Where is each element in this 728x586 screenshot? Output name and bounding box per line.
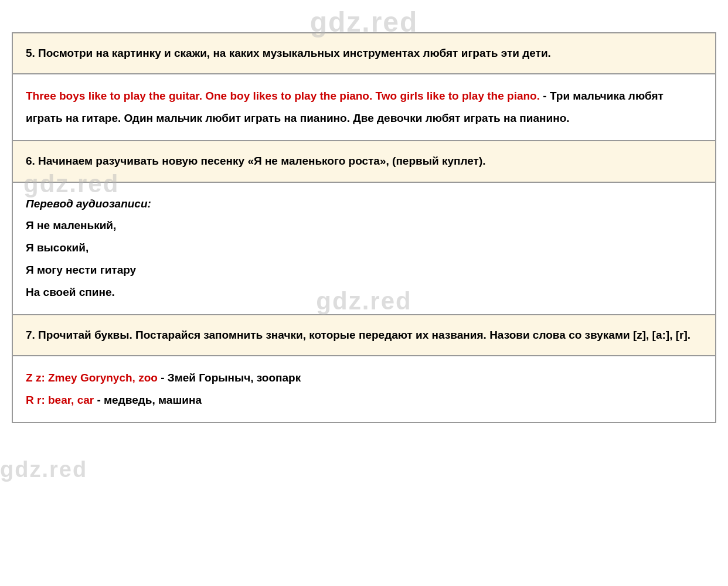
section6-italic-label: Перевод аудиозаписи: <box>26 193 702 214</box>
section6-task: 6. Начинаем разучивать новую песенку «Я … <box>12 141 716 182</box>
section7-r-red: R r: bear, car <box>26 394 94 406</box>
section7-answer: Z z: Zmey Gorynych, zoo - Змей Горыныч, … <box>12 356 716 423</box>
section6-task-text: 6. Начинаем разучивать новую песенку «Я … <box>26 152 702 171</box>
section7-line2: R r: bear, car - медведь, машина <box>26 389 702 411</box>
section5-answer: Three boys like to play the guitar. One … <box>12 74 716 141</box>
content-wrapper: 5. Посмотри на картинку и скажи, на каки… <box>12 32 716 423</box>
section7-task-text: 7. Прочитай буквы. Постарайся запомнить … <box>26 326 702 345</box>
section7-r-black: - медведь, машина <box>97 394 202 406</box>
section6-line3: Я могу нести гитару <box>26 259 702 281</box>
section5-task: 5. Посмотри на картинку и скажи, на каки… <box>12 32 716 74</box>
section5-task-text: 5. Посмотри на картинку и скажи, на каки… <box>26 44 702 63</box>
section6-line2: Я высокий, <box>26 237 702 259</box>
section7-z-red: Z z: Zmey Gorynych, zoo <box>26 372 158 384</box>
section6-answer: Перевод аудиозаписи: Я не маленький, Я в… <box>12 183 716 315</box>
section5-red-text: Three boys like to play the guitar. One … <box>26 90 540 102</box>
section5-answer-text: Three boys like to play the guitar. One … <box>26 85 702 130</box>
section6-line4: На своей спине. <box>26 281 702 304</box>
watermark-bottom: gdz.red <box>0 457 87 482</box>
section7-z-black: - Змей Горыныч, зоопарк <box>161 372 301 384</box>
section7-task: 7. Прочитай буквы. Постарайся запомнить … <box>12 315 716 356</box>
section7-line1: Z z: Zmey Gorynych, zoo - Змей Горыныч, … <box>26 367 702 389</box>
section6-line1: Я не маленький, <box>26 214 702 237</box>
